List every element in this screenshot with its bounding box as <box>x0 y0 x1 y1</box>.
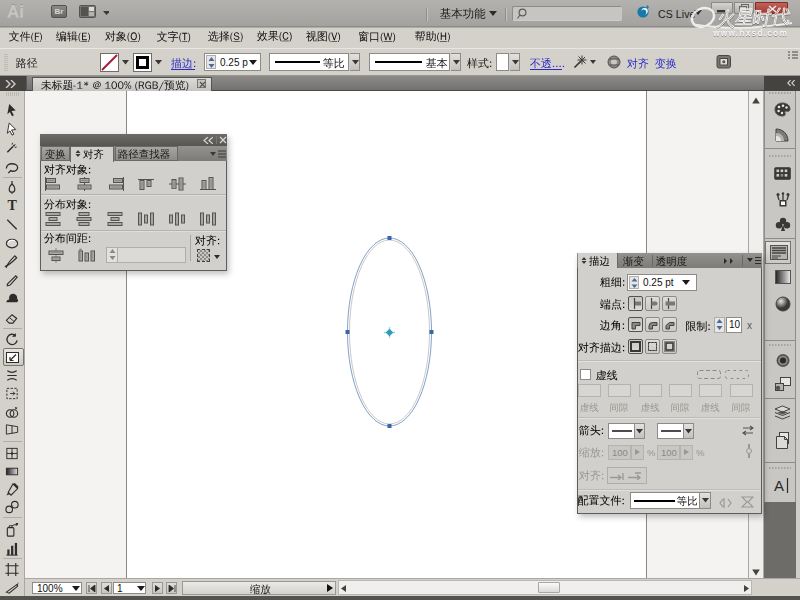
svg-text:A: A <box>774 477 784 494</box>
svg-text:T: T <box>8 198 18 213</box>
